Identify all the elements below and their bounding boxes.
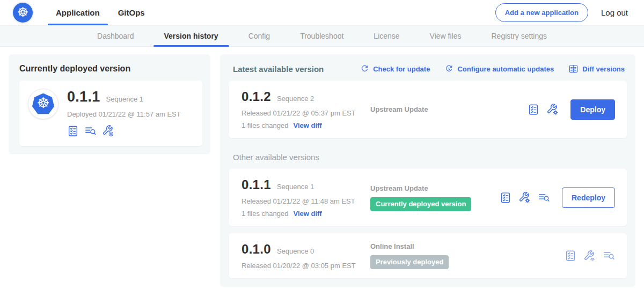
diff-versions-link[interactable]: Diff versions [568,64,625,74]
configure-automatic-updates-link[interactable]: Configure automatic updates [444,64,554,74]
released-timestamp: Released 01/21/22 @ 11:48 am EST [241,197,370,205]
logs-icon[interactable] [538,192,550,204]
released-timestamp: Released 01/21/22 @ 05:37 pm EST [241,109,370,117]
view-diff-link[interactable]: View diff [293,121,321,129]
subnav-dashboard[interactable]: Dashboard [82,26,149,46]
version-card-0-1-2: 0.1.2 Sequence 2 Released 01/21/22 @ 05:… [229,81,627,138]
tab-gitops[interactable]: GitOps [109,0,154,25]
subnav-version-history[interactable]: Version history [149,26,233,46]
sequence-label: Sequence 0 [277,247,314,255]
config-wrench-gear-icon[interactable] [102,125,114,137]
preflight-checklist-icon[interactable] [500,192,511,204]
sequence-label: Sequence 2 [277,95,314,103]
available-versions-panel: Latest available version Check for updat… [220,54,635,287]
version-source-label: Online Install [370,242,565,250]
files-changed-label: 1 files changed [241,210,288,218]
subnav-registry-settings[interactable]: Registry settings [477,26,562,46]
latest-available-header: Latest available version Check for updat… [229,62,627,74]
config-wrench-gear-icon[interactable] [546,103,559,116]
deployed-timestamp: Deployed 01/21/22 @ 11:57 am EST [67,110,181,118]
released-timestamp: Released 01/20/22 @ 03:05 pm EST [241,262,370,270]
deployed-version-card: ☸ 0.1.1 Sequence 1 Deployed 01/21/22 @ 1… [19,81,202,146]
redeploy-button[interactable]: Redeploy [562,187,615,208]
sequence-label: Sequence 1 [277,183,314,191]
tab-application[interactable]: Application [47,0,109,25]
previously-deployed-badge: Previously deployed [370,255,449,269]
preflight-checklist-icon[interactable] [565,250,576,262]
kubernetes-logo: ☸ [13,3,33,23]
currently-deployed-title: Currently deployed version [19,64,202,74]
subnav-config[interactable]: Config [233,26,285,46]
version-card-0-1-0: 0.1.0 Sequence 0 Released 01/20/22 @ 03:… [229,233,627,278]
version-number: 0.1.1 [241,177,271,192]
deployed-version-number: 0.1.1 [67,89,100,105]
header-tabs: Application GitOps [47,0,154,25]
tab-application-label: Application [56,8,100,17]
app-logo-ring: ☸ [28,89,58,119]
logout-button[interactable]: Log out [601,8,628,17]
currently-deployed-panel: Currently deployed version ☸ 0.1.1 Seque… [9,54,210,154]
preflight-checklist-icon[interactable] [528,104,539,116]
subnav-license[interactable]: License [358,26,414,46]
logs-icon[interactable] [84,125,97,137]
kubernetes-wheel-icon: ☸ [17,6,29,19]
version-source-label: Upstream Update [370,184,500,192]
deploy-button[interactable]: Deploy [570,99,615,120]
kubernetes-app-icon: ☸ [32,93,55,115]
view-diff-link[interactable]: View diff [293,210,321,218]
tab-gitops-label: GitOps [118,8,145,17]
config-wrench-gear-icon[interactable] [518,191,531,204]
add-application-button[interactable]: Add a new application [495,3,588,22]
subnav-troubleshoot[interactable]: Troubleshoot [285,26,358,46]
other-available-versions-title: Other available versions [233,153,627,162]
logs-icon[interactable] [603,250,615,262]
subnav-view-files[interactable]: View files [415,26,477,46]
check-for-update-link[interactable]: Check for update [360,64,430,74]
deployed-sequence-label: Sequence 1 [106,95,143,103]
clock-refresh-icon [444,64,453,74]
version-actions: Check for update Configure automatic upd… [360,64,625,74]
main-content: Currently deployed version ☸ 0.1.1 Seque… [0,47,644,287]
diff-icon [568,64,579,74]
deployed-version-info: 0.1.1 Sequence 1 Deployed 01/21/22 @ 11:… [67,89,181,137]
preflight-checklist-icon[interactable] [67,125,79,137]
header-right: Add a new application Log out [495,3,628,22]
top-header: ☸ Application GitOps Add a new applicati… [0,0,644,25]
version-source-label: Upstream Update [370,105,528,113]
files-changed-label: 1 files changed [241,121,288,129]
latest-available-title: Latest available version [233,64,324,74]
config-wrench-eye-icon[interactable] [583,250,596,262]
version-number: 0.1.0 [241,242,271,257]
version-number: 0.1.2 [241,89,271,104]
version-card-0-1-1: 0.1.1 Sequence 1 Released 01/21/22 @ 11:… [229,169,627,226]
app-subnav: Dashboard Version history Config Trouble… [0,25,644,47]
currently-deployed-badge: Currently deployed version [370,197,471,211]
refresh-icon [360,64,369,74]
deployed-icon-row [67,125,181,137]
